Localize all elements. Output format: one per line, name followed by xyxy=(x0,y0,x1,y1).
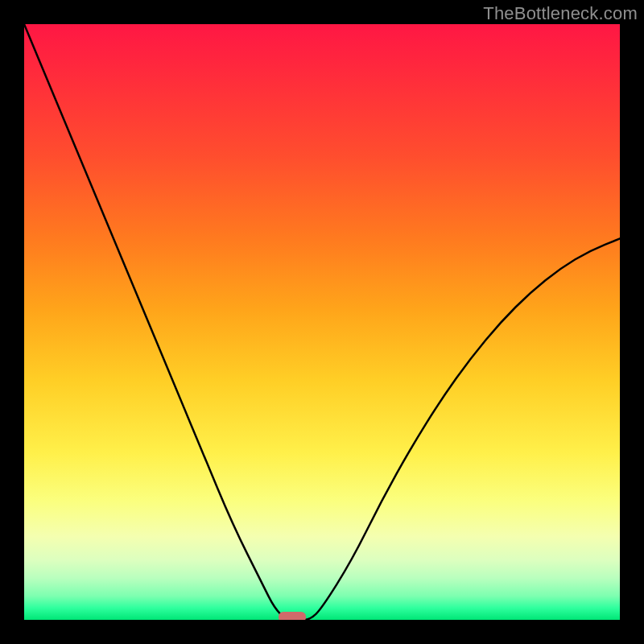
plot-area xyxy=(24,24,620,620)
attribution-text: TheBottleneck.com xyxy=(483,3,638,24)
bottleneck-curve xyxy=(24,24,620,620)
curve-line xyxy=(24,24,620,620)
chart-frame: TheBottleneck.com xyxy=(0,0,644,644)
trough-marker xyxy=(279,612,306,620)
